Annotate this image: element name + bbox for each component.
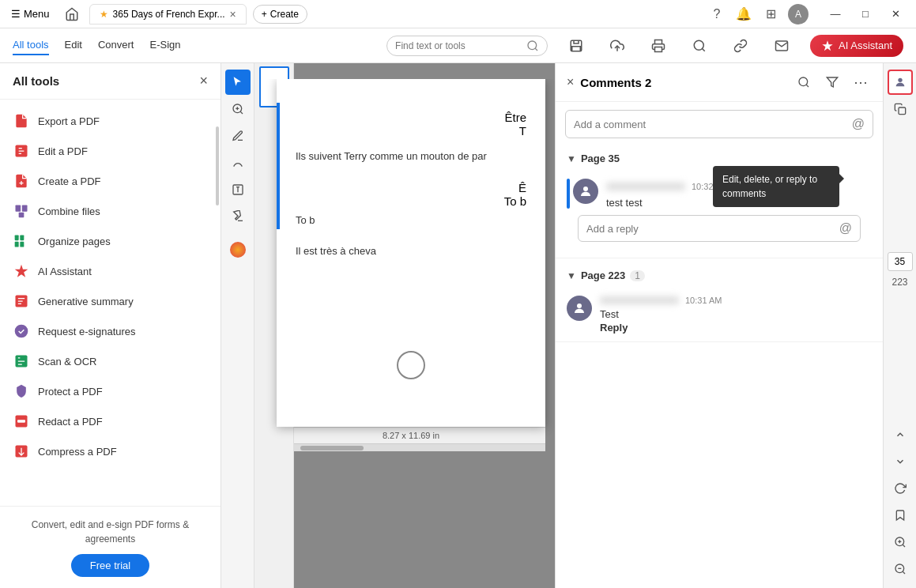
copy-action-button[interactable] xyxy=(888,96,913,122)
add-reply-input[interactable] xyxy=(586,223,839,235)
request-e-signatures-label: Request e-signatures xyxy=(38,326,136,337)
tool-item-generative-summary[interactable]: Generative summary xyxy=(0,286,221,316)
ai-assistant-button[interactable]: AI Assistant xyxy=(810,35,903,57)
edit-pdf-icon xyxy=(13,142,30,160)
pdf-viewer-area: ÊtreT Ils suivent Terry comme un mouton … xyxy=(221,63,555,588)
page-223-header[interactable]: ▼ Page 223 1 xyxy=(556,263,883,288)
close-comments-button[interactable]: × xyxy=(567,75,574,89)
close-left-panel-button[interactable]: × xyxy=(199,73,208,89)
tool-item-edit-pdf[interactable]: Edit a PDF xyxy=(0,136,221,166)
user-avatar[interactable]: A xyxy=(788,4,809,24)
find-input[interactable] xyxy=(395,40,522,51)
pdf-highlight-tool[interactable] xyxy=(225,204,251,229)
svg-point-30 xyxy=(898,78,902,82)
scrollbar-thumb-horiz[interactable] xyxy=(300,446,364,450)
mail-action-icon[interactable] xyxy=(769,33,794,58)
pdf-text-etre: ÊtreT xyxy=(296,111,526,138)
page-num-223[interactable]: 223 xyxy=(888,273,913,292)
upload-action-icon[interactable] xyxy=(605,33,630,58)
home-button[interactable] xyxy=(61,3,83,25)
reply-at-button[interactable]: @ xyxy=(839,221,852,236)
compress-pdf-icon xyxy=(13,443,30,460)
pdf-textbox-tool[interactable] xyxy=(225,177,251,202)
bookmark-button[interactable] xyxy=(888,503,913,528)
create-plus-icon: + xyxy=(262,9,267,20)
tab-close-button[interactable]: × xyxy=(230,8,236,21)
page-num-35-label: 35 xyxy=(895,256,905,267)
svg-rect-14 xyxy=(20,242,24,247)
svg-line-33 xyxy=(903,545,905,547)
comment-item-2: 10:31 AM Test Reply xyxy=(556,288,883,342)
page-num-35[interactable]: 35 xyxy=(888,252,913,271)
create-pdf-icon xyxy=(13,172,30,190)
svg-point-0 xyxy=(528,41,537,50)
comment-time-2: 10:31 AM xyxy=(685,296,722,305)
comments-search-button[interactable] xyxy=(793,71,815,93)
tool-item-scan-ocr[interactable]: Scan & OCR xyxy=(0,346,221,376)
ocr-action-icon[interactable] xyxy=(687,33,712,58)
tab-all-tools[interactable]: All tools xyxy=(13,36,49,55)
refresh-button[interactable] xyxy=(888,476,913,501)
help-icon[interactable]: ? xyxy=(707,5,726,24)
author-row-2: 10:31 AM xyxy=(600,296,872,305)
add-reply-wrap[interactable]: @ xyxy=(578,215,861,242)
menu-button[interactable]: ☰ Menu xyxy=(6,5,55,23)
window-controls: — □ ✕ xyxy=(821,3,910,25)
tool-item-protect-pdf[interactable]: Protect a PDF xyxy=(0,376,221,406)
save-action-icon[interactable] xyxy=(564,33,589,58)
svg-point-29 xyxy=(577,303,582,308)
tool-item-request-e-signatures[interactable]: Request e-signatures xyxy=(0,316,221,346)
free-trial-button[interactable]: Free trial xyxy=(71,554,149,577)
page-223-label: Page 223 xyxy=(581,270,625,281)
pdf-vertical-toolbar xyxy=(221,63,254,588)
comment-at-button[interactable]: @ xyxy=(852,117,865,131)
tab-e-sign[interactable]: E-Sign xyxy=(149,36,180,55)
tool-item-ai-assistant[interactable]: AI Assistant xyxy=(0,256,221,286)
tool-item-create-pdf[interactable]: Create a PDF xyxy=(0,166,221,196)
zoom-in-button[interactable] xyxy=(888,530,913,555)
create-button[interactable]: + Create xyxy=(253,5,307,24)
maximize-button[interactable]: □ xyxy=(851,3,880,25)
svg-rect-9 xyxy=(22,205,28,212)
minimize-button[interactable]: — xyxy=(821,3,850,25)
bell-icon[interactable]: 🔔 xyxy=(734,5,753,24)
pdf-zoom-tool[interactable] xyxy=(225,96,251,122)
print-action-icon[interactable] xyxy=(646,33,671,58)
link-action-icon[interactable] xyxy=(728,33,753,58)
pdf-color-picker[interactable] xyxy=(225,237,251,262)
pdf-curve-tool[interactable] xyxy=(225,150,251,175)
pdf-select-tool[interactable] xyxy=(225,70,251,95)
close-button[interactable]: ✕ xyxy=(881,3,910,25)
scroll-up-button[interactable] xyxy=(888,422,913,447)
tool-item-redact-pdf[interactable]: Redact a PDF xyxy=(0,406,221,436)
tab-convert[interactable]: Convert xyxy=(98,36,134,55)
pdf-pen-tool[interactable] xyxy=(225,123,251,149)
active-tab[interactable]: ★ 365 Days of French Expr... × xyxy=(89,4,247,24)
home-icon xyxy=(65,7,79,21)
tool-item-organize-pages[interactable]: Organize pages xyxy=(0,226,221,256)
titlebar-icons: ? 🔔 ⊞ A xyxy=(707,4,809,24)
svg-point-5 xyxy=(694,40,703,50)
add-comment-wrap[interactable]: @ xyxy=(565,110,873,138)
tool-item-compress-pdf[interactable]: Compress a PDF xyxy=(0,436,221,466)
zoom-out-button[interactable] xyxy=(888,556,913,582)
add-comment-input[interactable] xyxy=(574,119,852,130)
comments-filter-button[interactable] xyxy=(821,71,843,93)
page-num-223-label: 223 xyxy=(891,277,907,288)
tool-item-export-pdf[interactable]: Export a PDF xyxy=(0,106,221,136)
generative-summary-icon xyxy=(13,292,30,310)
tool-item-combine-files[interactable]: Combine files xyxy=(0,196,221,226)
pdf-text-cheva: Il est très à cheva xyxy=(296,245,526,257)
comments-more-button[interactable]: ⋯ xyxy=(850,71,872,93)
protect-pdf-icon xyxy=(13,383,30,400)
pdf-content: ÊtreT Ils suivent Terry comme un mouton … xyxy=(221,63,555,588)
horizontal-scrollbar[interactable] xyxy=(277,443,545,451)
scroll-down-button[interactable] xyxy=(888,449,913,474)
find-toolbar-wrap[interactable] xyxy=(386,36,548,56)
comments-panel-toggle[interactable] xyxy=(888,70,913,95)
tab-edit[interactable]: Edit xyxy=(65,36,82,55)
left-scroll-thumb xyxy=(216,126,219,205)
organize-pages-icon xyxy=(13,232,30,250)
grid-icon[interactable]: ⊞ xyxy=(761,5,780,24)
ai-assistant-list-icon xyxy=(13,262,30,280)
